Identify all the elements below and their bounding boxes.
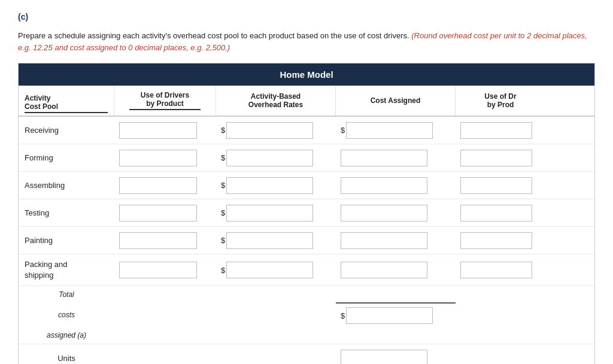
label-testing: Testing bbox=[19, 204, 114, 222]
input-cell-packing-drivers bbox=[114, 258, 216, 282]
row-total: Total costs assigned (a) $ bbox=[19, 286, 594, 344]
label-forming: Forming bbox=[19, 148, 114, 167]
row-receiving: Receiving $ $ bbox=[19, 117, 594, 144]
instructions: Prepare a schedule assigning each activi… bbox=[18, 30, 595, 53]
table-title: Home Model bbox=[19, 63, 594, 86]
input-testing-cost[interactable] bbox=[341, 205, 427, 222]
input-cell-painting-drivers2 bbox=[456, 229, 545, 253]
input-cell-forming-rate: $ bbox=[216, 146, 336, 170]
input-cell-receiving-rate: $ bbox=[216, 119, 336, 142]
input-total-cost[interactable] bbox=[346, 307, 433, 324]
row-assembling: Assembling $ bbox=[19, 172, 594, 199]
input-units[interactable] bbox=[341, 350, 427, 364]
input-cell-units-cost bbox=[336, 346, 456, 364]
input-cell-packing-cost bbox=[336, 258, 456, 282]
input-cell-assembling-cost bbox=[336, 174, 456, 198]
input-cell-receiving-cost: $ bbox=[336, 119, 456, 142]
input-assembling-drivers[interactable] bbox=[119, 177, 197, 194]
input-forming-drivers[interactable] bbox=[119, 150, 197, 166]
total-drivers2-empty bbox=[456, 311, 545, 318]
instructions-main: Prepare a schedule assigning each activi… bbox=[18, 31, 409, 40]
page-wrapper: (c) Prepare a schedule assigning each ac… bbox=[0, 0, 613, 364]
label-total: Total costs assigned (a) bbox=[19, 286, 114, 344]
label-packing: Packing andshipping bbox=[19, 254, 114, 286]
main-table: Home Model Activity Cost Pool Use of Dri… bbox=[18, 63, 595, 364]
input-packing-cost[interactable] bbox=[341, 262, 427, 278]
input-assembling-rate[interactable] bbox=[226, 177, 313, 194]
input-cell-forming-cost bbox=[336, 146, 456, 170]
input-packing-drivers2[interactable] bbox=[460, 262, 532, 278]
col-cost-assigned: Cost Assigned bbox=[336, 86, 456, 116]
row-painting: Painting $ bbox=[19, 227, 594, 254]
input-cell-painting-drivers bbox=[114, 229, 216, 253]
col-activity-cost-pool: Activity Cost Pool bbox=[19, 86, 114, 116]
col-use-of-drivers: Use of Driversby Product bbox=[114, 86, 216, 116]
input-painting-rate[interactable] bbox=[226, 232, 313, 249]
input-cell-testing-drivers2 bbox=[456, 201, 545, 225]
input-cell-receiving-drivers bbox=[114, 119, 216, 142]
total-rate-empty bbox=[216, 311, 336, 318]
input-cell-assembling-drivers2 bbox=[456, 174, 545, 198]
units-rate-empty bbox=[216, 354, 336, 362]
input-painting-drivers[interactable] bbox=[119, 232, 197, 249]
input-cell-testing-rate: $ bbox=[216, 201, 336, 225]
input-receiving-drivers[interactable] bbox=[119, 122, 197, 139]
input-packing-drivers[interactable] bbox=[119, 262, 197, 278]
input-cell-testing-drivers bbox=[114, 201, 216, 225]
column-headers: Activity Cost Pool Use of Driversby Prod… bbox=[19, 86, 594, 117]
input-packing-rate[interactable] bbox=[226, 262, 313, 278]
label-assembling: Assembling bbox=[19, 176, 114, 195]
input-cell-assembling-drivers bbox=[114, 174, 216, 198]
row-testing: Testing $ bbox=[19, 199, 594, 227]
input-forming-cost[interactable] bbox=[341, 150, 427, 166]
input-cell-packing-drivers2 bbox=[456, 258, 545, 282]
label-painting: Painting bbox=[19, 231, 114, 250]
input-cell-painting-cost bbox=[336, 229, 456, 253]
input-receiving-drivers2[interactable] bbox=[460, 122, 532, 139]
row-units: Units bbox=[19, 344, 594, 364]
input-cell-testing-cost bbox=[336, 201, 456, 225]
input-testing-drivers[interactable] bbox=[119, 205, 197, 222]
col-use-of-drivers-2: Use of Drby Prod bbox=[456, 86, 545, 116]
input-forming-drivers2[interactable] bbox=[460, 150, 532, 166]
input-cell-assembling-rate: $ bbox=[216, 174, 336, 198]
input-cell-painting-rate: $ bbox=[216, 229, 336, 253]
input-cell-forming-drivers bbox=[114, 146, 216, 170]
input-assembling-cost[interactable] bbox=[341, 177, 427, 194]
input-assembling-drivers2[interactable] bbox=[460, 177, 532, 194]
input-receiving-cost[interactable] bbox=[346, 122, 433, 139]
units-drivers2-empty bbox=[456, 354, 545, 362]
input-receiving-rate[interactable] bbox=[226, 122, 313, 139]
col-overhead-rates: Activity-BasedOverhead Rates bbox=[216, 86, 336, 116]
input-cell-receiving-drivers2 bbox=[456, 119, 545, 142]
row-forming: Forming $ bbox=[19, 144, 594, 172]
input-testing-rate[interactable] bbox=[226, 205, 313, 222]
label-receiving: Receiving bbox=[19, 121, 114, 139]
row-packing: Packing andshipping $ bbox=[19, 254, 594, 286]
input-painting-drivers2[interactable] bbox=[460, 232, 532, 249]
total-cost-cell: $ bbox=[336, 302, 456, 327]
label-units: Units bbox=[19, 349, 114, 364]
section-label: (c) bbox=[18, 12, 595, 22]
input-testing-drivers2[interactable] bbox=[460, 205, 532, 222]
input-forming-rate[interactable] bbox=[226, 150, 313, 166]
input-cell-forming-drivers2 bbox=[456, 146, 545, 170]
units-drivers-empty bbox=[114, 354, 216, 362]
total-drivers-empty bbox=[114, 311, 216, 318]
input-cell-packing-rate: $ bbox=[216, 258, 336, 282]
input-painting-cost[interactable] bbox=[341, 232, 427, 249]
